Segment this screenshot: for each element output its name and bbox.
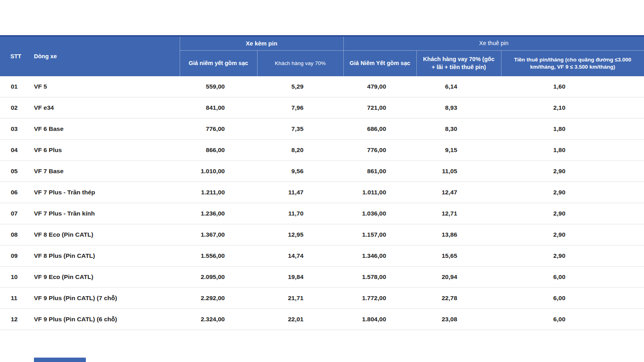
cell-stt: 07 <box>0 203 25 224</box>
cell-tien-thue-pin: 6,00 <box>501 267 644 288</box>
cell-khach-hang-vay-thue-pin: 6,14 <box>416 76 501 97</box>
cell-khach-hang-vay-kem-pin: 14,74 <box>257 245 343 267</box>
cell-tien-thue-pin: 2,90 <box>501 245 644 267</box>
cell-stt: 08 <box>0 224 25 245</box>
cell-dong-xe: VF 7 Base <box>25 161 180 182</box>
cell-stt: 09 <box>0 245 25 267</box>
cell-khach-hang-vay-thue-pin: 8,93 <box>416 97 501 119</box>
column-header-khach-hang-vay-thue-pin: Khách hàng vay 70% (gốc + lãi + tiền thu… <box>416 51 501 77</box>
cell-khach-hang-vay-kem-pin: 7,96 <box>257 97 343 119</box>
cell-khach-hang-vay-kem-pin: 12,95 <box>257 224 343 245</box>
cell-khach-hang-vay-thue-pin: 22,78 <box>416 288 501 309</box>
cell-khach-hang-vay-kem-pin: 11,47 <box>257 182 343 203</box>
cell-khach-hang-vay-thue-pin: 13,86 <box>416 224 501 245</box>
cell-tien-thue-pin: 2,10 <box>501 97 644 119</box>
cell-khach-hang-vay-thue-pin: 15,65 <box>416 245 501 267</box>
cell-tien-thue-pin: 6,00 <box>501 309 644 330</box>
cell-khach-hang-vay-thue-pin: 12,71 <box>416 203 501 224</box>
cell-khach-hang-vay-kem-pin: 9,56 <box>257 161 343 182</box>
cell-stt: 11 <box>0 288 25 309</box>
column-header-khach-hang-vay-kem-pin: Khách hàng vay 70% <box>257 51 343 77</box>
cell-khach-hang-vay-kem-pin: 21,71 <box>257 288 343 309</box>
cell-gia-niem-yet-kem-pin: 2.095,00 <box>180 267 257 288</box>
table-row: 12VF 9 Plus (Pin CATL) (6 chỗ)2.324,0022… <box>0 309 644 330</box>
cell-gia-niem-yet-kem-pin: 866,00 <box>180 140 257 161</box>
cell-dong-xe: VF 9 Eco (Pin CATL) <box>25 267 180 288</box>
table-row: 09VF 8 Plus (Pin CATL)1.556,0014,741.346… <box>0 245 644 267</box>
partial-next-section-bar <box>34 358 86 362</box>
cell-tien-thue-pin: 2,90 <box>501 182 644 203</box>
cell-gia-niem-yet-thue-pin: 861,00 <box>343 161 416 182</box>
cell-stt: 10 <box>0 267 25 288</box>
table-header: STT Dòng xe Xe kèm pin Xe thuê pin Giá n… <box>0 36 644 76</box>
cell-dong-xe: VF 7 Plus - Trần thép <box>25 182 180 203</box>
table-row: 10VF 9 Eco (Pin CATL)2.095,0019,841.578,… <box>0 267 644 288</box>
column-header-stt: STT <box>0 36 25 76</box>
cell-gia-niem-yet-thue-pin: 1.036,00 <box>343 203 416 224</box>
table-row: 11VF 9 Plus (Pin CATL) (7 chỗ)2.292,0021… <box>0 288 644 309</box>
cell-tien-thue-pin: 1,80 <box>501 119 644 140</box>
table-row: 08VF 8 Eco (Pin CATL)1.367,0012,951.157,… <box>0 224 644 245</box>
column-header-gia-niem-yet-kem-pin: Giá niêm yết gồm sạc <box>180 51 257 77</box>
table-row: 07VF 7 Plus - Trần kính1.236,0011,701.03… <box>0 203 644 224</box>
cell-gia-niem-yet-kem-pin: 559,00 <box>180 76 257 97</box>
cell-khach-hang-vay-thue-pin: 12,47 <box>416 182 501 203</box>
cell-khach-hang-vay-kem-pin: 7,35 <box>257 119 343 140</box>
cell-gia-niem-yet-kem-pin: 1.556,00 <box>180 245 257 267</box>
cell-tien-thue-pin: 6,00 <box>501 288 644 309</box>
cell-dong-xe: VF 6 Plus <box>25 140 180 161</box>
cell-dong-xe: VF 8 Eco (Pin CATL) <box>25 224 180 245</box>
cell-gia-niem-yet-thue-pin: 721,00 <box>343 97 416 119</box>
column-header-tien-thue-pin: Tiền thuê pin/tháng (cho quãng đường ≤3.… <box>501 51 644 77</box>
cell-dong-xe: VF 8 Plus (Pin CATL) <box>25 245 180 267</box>
cell-gia-niem-yet-kem-pin: 1.236,00 <box>180 203 257 224</box>
cell-gia-niem-yet-thue-pin: 1.772,00 <box>343 288 416 309</box>
cell-stt: 05 <box>0 161 25 182</box>
cell-dong-xe: VF 7 Plus - Trần kính <box>25 203 180 224</box>
cell-dong-xe: VF e34 <box>25 97 180 119</box>
table-row: 03VF 6 Base776,007,35686,008,301,80 <box>0 119 644 140</box>
page-background: STT Dòng xe Xe kèm pin Xe thuê pin Giá n… <box>0 0 644 362</box>
cell-dong-xe: VF 5 <box>25 76 180 97</box>
cell-gia-niem-yet-kem-pin: 1.367,00 <box>180 224 257 245</box>
cell-gia-niem-yet-thue-pin: 1.346,00 <box>343 245 416 267</box>
cell-khach-hang-vay-thue-pin: 9,15 <box>416 140 501 161</box>
table-row: 02VF e34841,007,96721,008,932,10 <box>0 97 644 119</box>
cell-gia-niem-yet-thue-pin: 776,00 <box>343 140 416 161</box>
cell-stt: 02 <box>0 97 25 119</box>
vinfast-price-table: STT Dòng xe Xe kèm pin Xe thuê pin Giá n… <box>0 35 644 330</box>
cell-gia-niem-yet-thue-pin: 1.578,00 <box>343 267 416 288</box>
cell-gia-niem-yet-kem-pin: 776,00 <box>180 119 257 140</box>
table-row: 05VF 7 Base1.010,009,56861,0011,052,90 <box>0 161 644 182</box>
cell-gia-niem-yet-kem-pin: 2.292,00 <box>180 288 257 309</box>
cell-tien-thue-pin: 2,90 <box>501 224 644 245</box>
cell-dong-xe: VF 9 Plus (Pin CATL) (6 chỗ) <box>25 309 180 330</box>
cell-khach-hang-vay-thue-pin: 20,94 <box>416 267 501 288</box>
cell-khach-hang-vay-thue-pin: 11,05 <box>416 161 501 182</box>
cell-khach-hang-vay-kem-pin: 19,84 <box>257 267 343 288</box>
cell-tien-thue-pin: 1,80 <box>501 140 644 161</box>
cell-khach-hang-vay-kem-pin: 5,29 <box>257 76 343 97</box>
cell-gia-niem-yet-kem-pin: 2.324,00 <box>180 309 257 330</box>
cell-gia-niem-yet-thue-pin: 1.011,00 <box>343 182 416 203</box>
cell-dong-xe: VF 6 Base <box>25 119 180 140</box>
cell-khach-hang-vay-kem-pin: 11,70 <box>257 203 343 224</box>
cell-dong-xe: VF 9 Plus (Pin CATL) (7 chỗ) <box>25 288 180 309</box>
cell-gia-niem-yet-kem-pin: 841,00 <box>180 97 257 119</box>
cell-gia-niem-yet-kem-pin: 1.211,00 <box>180 182 257 203</box>
cell-stt: 01 <box>0 76 25 97</box>
cell-gia-niem-yet-kem-pin: 1.010,00 <box>180 161 257 182</box>
cell-khach-hang-vay-thue-pin: 23,08 <box>416 309 501 330</box>
cell-stt: 03 <box>0 119 25 140</box>
group-header-xe-thue-pin: Xe thuê pin <box>343 36 644 51</box>
table-body: 01VF 5559,005,29479,006,141,6002VF e3484… <box>0 76 644 330</box>
cell-gia-niem-yet-thue-pin: 1.804,00 <box>343 309 416 330</box>
cell-gia-niem-yet-thue-pin: 479,00 <box>343 76 416 97</box>
cell-tien-thue-pin: 2,90 <box>501 161 644 182</box>
column-header-dong-xe: Dòng xe <box>25 36 180 76</box>
cell-gia-niem-yet-thue-pin: 686,00 <box>343 119 416 140</box>
cell-stt: 04 <box>0 140 25 161</box>
cell-stt: 12 <box>0 309 25 330</box>
table-row: 06VF 7 Plus - Trần thép1.211,0011,471.01… <box>0 182 644 203</box>
cell-tien-thue-pin: 2,90 <box>501 203 644 224</box>
